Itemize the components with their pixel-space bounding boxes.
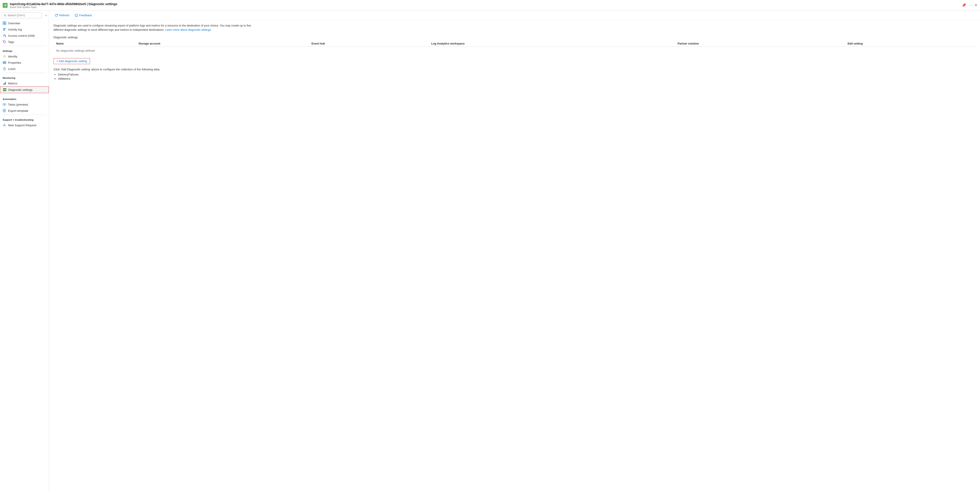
sidebar-item-label: Metrics [8,82,18,85]
svg-rect-21 [3,68,5,70]
svg-rect-12 [3,30,5,30]
overview-icon [3,21,6,25]
col-log-analytics: Log Analytics workspace [428,41,675,47]
title-bar-actions: 📌 ··· ✕ [962,3,977,7]
feedback-label: Feedback [79,14,92,17]
description-text: Diagnostic settings are used to configur… [54,24,254,32]
sidebar-item-export-template[interactable]: Export template [0,108,49,114]
tags-icon [3,40,6,44]
sidebar-item-overview[interactable]: Overview [0,20,49,26]
svg-rect-22 [3,84,4,84]
identity-icon [3,54,6,58]
export-template-icon [3,109,6,113]
metrics-icon [3,81,6,85]
svg-point-37 [76,15,77,15]
svg-rect-27 [5,89,6,91]
sidebar-item-locks[interactable]: Locks [0,66,49,72]
add-setting-label: + Add diagnostic setting [56,59,87,63]
title-bar: topic01stg-811a624a-8a77-437e-89de-dfeb5… [0,0,980,11]
resource-icon [3,3,8,8]
sidebar: « Overview Activity log Access control (… [0,11,49,491]
more-icon[interactable]: ··· [969,3,972,7]
locks-icon [3,67,6,71]
sidebar-item-new-support[interactable]: New Support Request [0,122,49,128]
sidebar-item-tasks[interactable]: Tasks (preview) [0,101,49,108]
automation-section-label: Automation [0,95,49,101]
sidebar-item-properties[interactable]: Properties [0,59,49,66]
sidebar-item-access-control[interactable]: Access control (IAM) [0,32,49,39]
svg-rect-11 [3,29,5,30]
svg-rect-24 [5,82,6,84]
access-control-icon [3,34,6,37]
svg-rect-7 [5,22,6,23]
svg-point-34 [4,124,5,126]
diagnostic-settings-icon [3,88,6,92]
learn-more-link[interactable]: Learn more about diagnostic settings [165,28,211,32]
col-eventhub: Event hub [309,41,429,47]
diagnostic-settings-section-title: Diagnostic settings [54,36,975,39]
col-name: Name [54,41,136,47]
col-edit: Edit setting [845,41,975,47]
no-data-message: No diagnostic settings defined [54,46,975,54]
svg-rect-20 [3,63,6,64]
svg-point-13 [4,34,5,36]
sidebar-item-label: Tasks (preview) [8,103,28,106]
resource-name: topic01stg-811a624a-8a77-437e-89de-dfeb5… [10,2,86,6]
list-item-all-metrics: AllMetrics [58,77,975,80]
svg-rect-19 [3,62,6,63]
sidebar-item-diagnostic-settings[interactable]: Diagnostic settings [0,86,49,93]
main-content: Refresh Feedback Diagnostic settings are… [49,11,980,491]
svg-rect-23 [4,83,5,84]
search-icon [4,14,6,17]
svg-point-14 [5,36,6,37]
toolbar: Refresh Feedback [49,11,980,20]
svg-line-5 [5,16,6,16]
sidebar-item-label: Overview [8,22,20,25]
properties-icon [3,61,6,64]
svg-point-16 [3,41,4,41]
collection-text: Click 'Add Diagnostic setting' above to … [54,68,975,71]
sidebar-item-label: Properties [8,61,21,64]
svg-point-4 [4,14,6,16]
refresh-label: Refresh [59,14,70,17]
sidebar-item-label: Activity log [8,28,22,31]
add-diagnostic-setting-button[interactable]: + Add diagnostic setting [54,58,90,64]
content-body: Diagnostic settings are used to configur… [49,20,980,85]
sidebar-item-metrics[interactable]: Metrics [0,80,49,86]
col-storage: Storage account [136,41,309,47]
settings-section-label: Settings [0,47,49,53]
sidebar-item-label: Locks [8,67,16,71]
page-heading: topic01stg-811a624a-8a77-437e-89de-dfeb5… [10,2,962,6]
svg-rect-10 [3,28,6,29]
sidebar-item-tags[interactable]: Tags [0,39,49,45]
feedback-button[interactable]: Feedback [73,13,94,18]
close-icon[interactable]: ✕ [974,3,977,7]
refresh-icon [55,14,58,17]
sidebar-item-identity[interactable]: Identity [0,53,49,59]
svg-point-2 [4,5,5,5]
resource-type: Event Grid System Topic [10,6,962,8]
svg-rect-9 [5,23,6,25]
monitoring-divider [3,73,46,73]
svg-rect-26 [3,89,5,91]
sidebar-item-label: Diagnostic settings [8,88,32,92]
sidebar-item-label: Access control (IAM) [8,34,35,37]
table-no-data-row: No diagnostic settings defined [54,46,975,54]
page-title: Diagnostic settings [88,2,117,6]
sidebar-item-activity-log[interactable]: Activity log [0,26,49,32]
svg-rect-8 [3,23,4,25]
collapse-button[interactable]: « [44,13,49,18]
activity-log-icon [3,28,6,31]
search-box[interactable] [2,13,42,18]
sidebar-item-label: Tags [8,40,14,44]
refresh-button[interactable]: Refresh [52,13,72,18]
feedback-icon [75,14,78,17]
svg-point-17 [4,55,5,57]
tasks-icon [3,103,6,106]
search-input[interactable] [8,14,40,17]
pin-icon[interactable]: 📌 [962,3,966,7]
svg-point-36 [76,15,76,15]
sidebar-item-label: Identity [8,55,18,58]
main-layout: « Overview Activity log Access control (… [0,11,980,491]
col-partner: Partner solution [675,41,845,47]
